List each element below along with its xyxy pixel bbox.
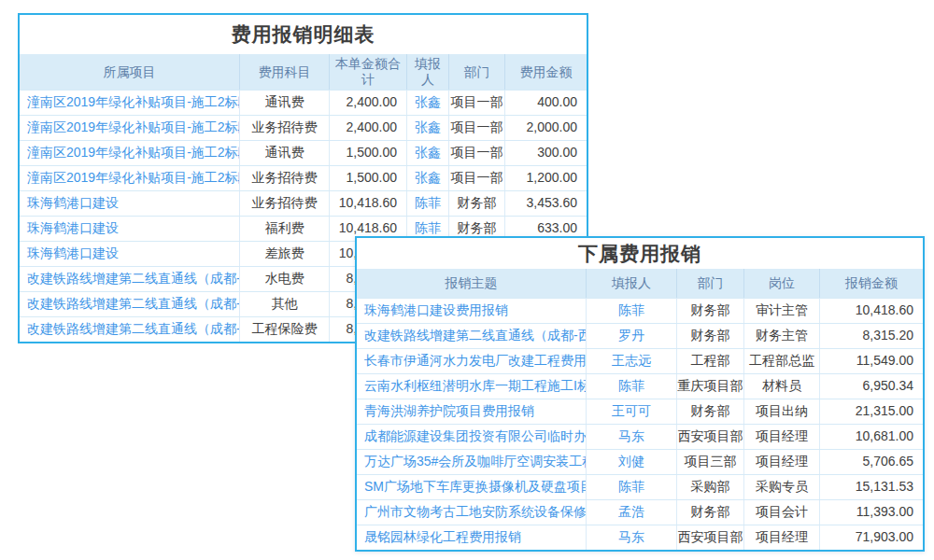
filler-link[interactable]: 陈菲	[587, 475, 677, 499]
subordinate-expense-table: 下属费用报销 报销主题 填报人 部门 岗位 报销金额 珠海鹤港口建设费用报销 陈…	[355, 236, 925, 552]
filler-link[interactable]: 孟浩	[587, 500, 677, 525]
category-cell: 业务招待费	[240, 116, 330, 140]
reimburse-amount-cell: 11,549.00	[820, 349, 923, 373]
table-row: 云南水利枢纽潜明水库一期工程施工I标费用报销 陈菲 重庆项目部 材料员 6,95…	[357, 373, 923, 399]
table-row: 潼南区2019年绿化补贴项目-施工2标段 通讯费 2,400.00 张鑫 项目一…	[20, 90, 587, 115]
subject-link[interactable]: 青海洪湖养护院项目费用报销	[357, 399, 587, 424]
project-link[interactable]: 改建铁路线增建第二线直通线（成都-西安）	[20, 292, 240, 316]
position-cell: 材料员	[744, 374, 820, 399]
reimburse-amount-cell: 10,418.60	[820, 299, 923, 323]
subject-link[interactable]: 成都能源建设集团投资有限公司临时办公场所	[357, 425, 587, 449]
filler-link[interactable]: 马东	[587, 425, 677, 449]
department-cell: 财务部	[677, 324, 744, 348]
filler-link[interactable]: 张鑫	[407, 116, 449, 140]
category-cell: 水电费	[240, 267, 330, 291]
table-row: 潼南区2019年绿化补贴项目-施工2标段 通讯费 1,500.00 张鑫 项目一…	[20, 140, 587, 165]
table-row: 成都能源建设集团投资有限公司临时办公场所 马东 西安项目部 项目经理 10,68…	[357, 424, 923, 449]
filler-link[interactable]: 刘健	[587, 450, 677, 474]
department-cell: 项目一部	[449, 166, 505, 190]
header-total-amount: 本单金额合计	[330, 54, 407, 90]
expense-amount-cell: 1,200.00	[505, 166, 587, 190]
expense-detail-title: 费用报销明细表	[20, 15, 587, 54]
reimburse-amount-cell: 10,681.00	[820, 425, 923, 449]
subject-link[interactable]: 珠海鹤港口建设费用报销	[357, 299, 587, 323]
position-cell: 工程部总监	[744, 349, 820, 373]
total-amount-cell: 2,400.00	[330, 91, 407, 115]
header-project: 所属项目	[20, 54, 240, 90]
position-cell: 项目经理	[744, 425, 820, 449]
filler-link[interactable]: 张鑫	[407, 166, 449, 190]
subject-link[interactable]: 改建铁路线增建第二线直通线（成都-西安）	[357, 324, 587, 348]
filler-link[interactable]: 张鑫	[407, 141, 449, 165]
category-cell: 通讯费	[240, 141, 330, 165]
subject-link[interactable]: 长春市伊通河水力发电厂改建工程费用报销	[357, 349, 587, 373]
project-link[interactable]: 潼南区2019年绿化补贴项目-施工2标段	[20, 166, 240, 190]
subject-link[interactable]: 万达广场35#会所及咖啡厅空调安装工程费用报销	[357, 450, 587, 474]
subordinate-expense-title: 下属费用报销	[357, 238, 923, 269]
category-cell: 差旅费	[240, 242, 330, 266]
category-cell: 通讯费	[240, 91, 330, 115]
position-cell: 财务主管	[744, 324, 820, 348]
header-category: 费用科目	[240, 54, 330, 90]
project-link[interactable]: 改建铁路线增建第二线直通线（成都-西安）	[20, 317, 240, 342]
subordinate-expense-header-row: 报销主题 填报人 部门 岗位 报销金额	[357, 269, 923, 298]
department-cell: 财务部	[677, 500, 744, 525]
subject-link[interactable]: 广州市文物考古工地安防系统设备保修费用报销	[357, 500, 587, 525]
filler-link[interactable]: 陈菲	[407, 191, 449, 216]
header-expense-amount: 费用金额	[505, 54, 587, 90]
project-link[interactable]: 珠海鹤港口建设	[20, 217, 240, 241]
department-cell: 西安项目部	[677, 525, 744, 550]
subject-link[interactable]: SM广场地下车库更换摄像机及硬盘项目费用报销	[357, 475, 587, 499]
project-link[interactable]: 潼南区2019年绿化补贴项目-施工2标段	[20, 141, 240, 165]
filler-link[interactable]: 马东	[587, 525, 677, 550]
table-row: 潼南区2019年绿化补贴项目-施工2标段 业务招待费 1,500.00 张鑫 项…	[20, 165, 587, 190]
filler-link[interactable]: 王志远	[587, 349, 677, 373]
reimburse-amount-cell: 8,315.20	[820, 324, 923, 348]
table-row: 长春市伊通河水力发电厂改建工程费用报销 王志远 工程部 工程部总监 11,549…	[357, 348, 923, 373]
department-cell: 项目一部	[449, 91, 505, 115]
header-department: 部门	[449, 54, 505, 90]
filler-link[interactable]: 陈菲	[587, 299, 677, 323]
filler-link[interactable]: 罗丹	[587, 324, 677, 348]
header-department: 部门	[677, 269, 744, 298]
filler-link[interactable]: 王可可	[587, 399, 677, 424]
table-row: 改建铁路线增建第二线直通线（成都-西安） 罗丹 财务部 财务主管 8,315.2…	[357, 323, 923, 348]
header-position: 岗位	[744, 269, 820, 298]
table-row: 广州市文物考古工地安防系统设备保修费用报销 孟浩 财务部 项目会计 11,393…	[357, 499, 923, 525]
table-row: 潼南区2019年绿化补贴项目-施工2标段 业务招待费 2,400.00 张鑫 项…	[20, 115, 587, 140]
department-cell: 项目一部	[449, 141, 505, 165]
filler-link[interactable]: 陈菲	[587, 374, 677, 399]
department-cell: 工程部	[677, 349, 744, 373]
table-row: 晟铭园林绿化工程费用报销 马东 西安项目部 项目经理 71,903.00	[357, 525, 923, 550]
department-cell: 项目三部	[677, 450, 744, 474]
position-cell: 项目经理	[744, 525, 820, 550]
position-cell: 审计主管	[744, 299, 820, 323]
total-amount-cell: 1,500.00	[330, 141, 407, 165]
project-link[interactable]: 改建铁路线增建第二线直通线（成都-西安）	[20, 267, 240, 291]
position-cell: 项目经理	[744, 450, 820, 474]
position-cell: 采购专员	[744, 475, 820, 499]
expense-amount-cell: 400.00	[505, 91, 587, 115]
total-amount-cell: 2,400.00	[330, 116, 407, 140]
header-subject: 报销主题	[357, 269, 587, 298]
total-amount-cell: 1,500.00	[330, 166, 407, 190]
header-reimburse-amount: 报销金额	[820, 269, 923, 298]
project-link[interactable]: 珠海鹤港口建设	[20, 242, 240, 266]
department-cell: 采购部	[677, 475, 744, 499]
project-link[interactable]: 珠海鹤港口建设	[20, 191, 240, 216]
subject-link[interactable]: 晟铭园林绿化工程费用报销	[357, 525, 587, 550]
subject-link[interactable]: 云南水利枢纽潜明水库一期工程施工I标费用报销	[357, 374, 587, 399]
project-link[interactable]: 潼南区2019年绿化补贴项目-施工2标段	[20, 116, 240, 140]
table-row: 青海洪湖养护院项目费用报销 王可可 财务部 项目出纳 21,315.00	[357, 399, 923, 424]
department-cell: 财务部	[449, 191, 505, 216]
table-row: 珠海鹤港口建设费用报销 陈菲 财务部 审计主管 10,418.60	[357, 298, 923, 323]
reimburse-amount-cell: 71,903.00	[820, 525, 923, 550]
reimburse-amount-cell: 6,950.34	[820, 374, 923, 399]
project-link[interactable]: 潼南区2019年绿化补贴项目-施工2标段	[20, 91, 240, 115]
filler-link[interactable]: 张鑫	[407, 91, 449, 115]
expense-detail-header-row: 所属项目 费用科目 本单金额合计 填报人 部门 费用金额	[20, 54, 587, 90]
position-cell: 项目会计	[744, 500, 820, 525]
table-row: 万达广场35#会所及咖啡厅空调安装工程费用报销 刘健 项目三部 项目经理 5,7…	[357, 449, 923, 474]
expense-amount-cell: 300.00	[505, 141, 587, 165]
reimburse-amount-cell: 15,131.53	[820, 475, 923, 499]
